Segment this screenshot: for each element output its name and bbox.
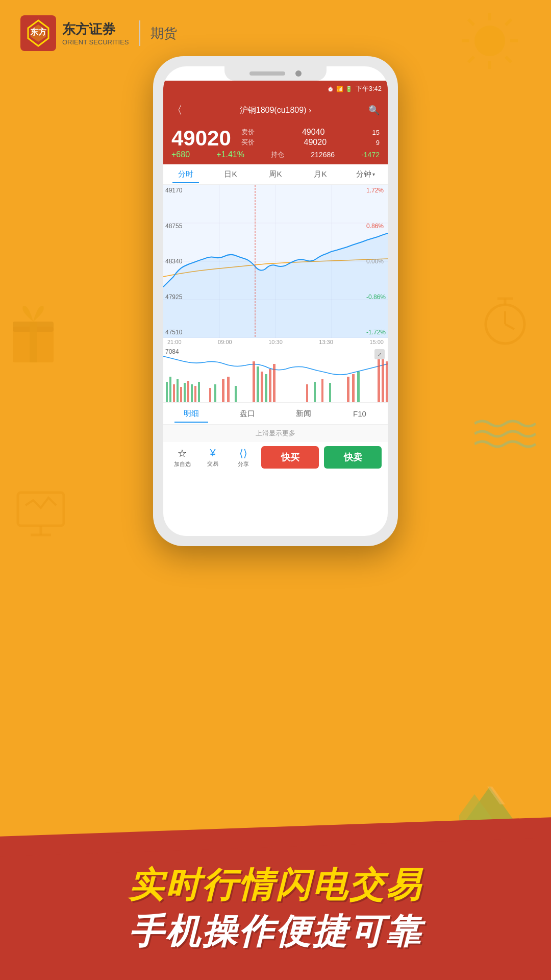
pct-label-2: 0.86% (366, 223, 386, 230)
trade-button[interactable]: ¥ 交易 (200, 447, 226, 468)
share-icon: ⟨⟩ (239, 447, 247, 459)
price-section: 49020 卖价 49040 15 买价 49020 9 (163, 124, 388, 164)
svg-rect-48 (235, 386, 237, 402)
watchlist-button[interactable]: ☆ 加自选 (169, 447, 195, 468)
svg-rect-50 (257, 366, 259, 402)
tab-pankou[interactable]: 盘口 (219, 405, 276, 423)
svg-rect-43 (198, 382, 200, 402)
hold-change: -1472 (361, 151, 380, 159)
main-price: 49020 (171, 128, 231, 149)
svg-rect-36 (173, 384, 175, 402)
svg-rect-34 (166, 382, 168, 402)
watchlist-icon: ☆ (178, 447, 187, 459)
scroll-hint-text: 上滑显示更多 (256, 429, 295, 437)
alarm-icon: ⏰ (327, 86, 334, 92)
content-tab-bar: 明细 盘口 新闻 F10 (163, 402, 388, 425)
buy-value: 49020 (304, 138, 327, 147)
tab-月K[interactable]: 月K (298, 165, 343, 183)
y-label-5: 47510 (165, 329, 182, 336)
banner-line2: 手机操作便捷可靠 (129, 909, 422, 955)
svg-rect-58 (329, 383, 331, 402)
clock-decoration (480, 296, 531, 349)
quick-sell-button[interactable]: 快卖 (324, 446, 382, 469)
camera (295, 70, 302, 77)
banner-text-line1: 实时行情闪电交易 (129, 865, 422, 904)
tab-news[interactable]: 新闻 (276, 405, 332, 423)
tab-分时[interactable]: 分时 (163, 165, 208, 183)
banner-text-line2: 手机操作便捷可靠 (129, 912, 422, 950)
time-label-1: 21:00 (167, 339, 182, 345)
time-label-5: 15:00 (369, 339, 384, 345)
buy-row: 买价 49020 9 (241, 138, 380, 147)
svg-rect-54 (273, 364, 276, 402)
phone-body: ⏰ 📶 🔋 下午3:42 〈 沪铜1809(cu1809) › 🔍 49020 (153, 56, 398, 546)
tab-f10[interactable]: F10 (332, 405, 388, 422)
stock-nav-bar: 〈 沪铜1809(cu1809) › 🔍 (163, 97, 388, 124)
pct-label-1: 1.72% (366, 187, 386, 194)
price-change-row: +680 +1.41% 持仓 212686 -1472 (171, 150, 380, 159)
buy-label: 买价 (241, 138, 255, 147)
futures-tag: 期货 (151, 24, 177, 42)
svg-rect-55 (306, 384, 308, 402)
svg-rect-64 (386, 361, 388, 402)
sell-label: 卖价 (241, 128, 255, 137)
bottom-banner: 实时行情闪电交易 手机操作便捷可靠 (0, 837, 551, 980)
svg-line-5 (468, 19, 474, 25)
svg-rect-51 (261, 372, 263, 402)
tab-mingxi[interactable]: 明细 (163, 405, 219, 423)
svg-line-14 (505, 324, 514, 329)
svg-rect-59 (347, 377, 349, 402)
svg-rect-39 (184, 383, 186, 402)
banner-line1: 实时行情闪电交易 (129, 862, 422, 909)
svg-line-6 (506, 57, 511, 62)
buy-qty: 9 (376, 139, 380, 146)
volume-label: 7084 (165, 348, 179, 355)
svg-rect-41 (191, 384, 193, 402)
speaker (249, 71, 285, 76)
hold-label: 持仓 (271, 150, 284, 159)
y-label-1: 49170 (165, 187, 182, 194)
share-button[interactable]: ⟨⟩ 分享 (231, 447, 256, 468)
expand-icon[interactable]: ⤢ (374, 349, 385, 359)
back-button[interactable]: 〈 (171, 103, 183, 118)
volume-chart: 7084 ⤢ (163, 346, 388, 402)
tab-日K[interactable]: 日K (208, 165, 253, 183)
price-change-abs: +680 (171, 150, 190, 159)
sell-row: 卖价 49040 15 (241, 128, 380, 137)
svg-rect-57 (321, 379, 323, 402)
svg-rect-53 (269, 369, 271, 402)
y-label-4: 47925 (165, 293, 182, 301)
hold-value: 212686 (311, 151, 335, 159)
chart-y-labels-right: 1.72% 0.86% 0.00% -0.86% -1.72% (366, 185, 386, 338)
tab-周K[interactable]: 周K (253, 165, 298, 183)
battery-icon: 🔋 (345, 86, 353, 92)
logo-text-container: 东方证券 ORIENT SECURITIES (62, 20, 129, 46)
main-price-chart: 49170 48755 48340 47925 47510 1.72% 0.86… (163, 185, 388, 338)
svg-rect-44 (209, 388, 211, 402)
action-bar: ☆ 加自选 ¥ 交易 ⟨⟩ 分享 快买 快卖 (163, 442, 388, 473)
svg-rect-62 (378, 359, 380, 402)
pct-label-5: -1.72% (366, 329, 386, 336)
svg-rect-52 (265, 374, 267, 402)
chart-tab-bar: 分时 日K 周K 月K 分钟▾ (163, 164, 388, 185)
svg-line-7 (468, 57, 474, 62)
gift-decoration (10, 306, 56, 364)
trade-label: 交易 (207, 460, 218, 468)
pct-label-3: 0.00% (366, 258, 386, 265)
svg-rect-45 (214, 384, 216, 402)
scroll-hint-bar: 上滑显示更多 (163, 425, 388, 442)
orient-logo-icon: 东方 (20, 15, 56, 51)
stock-title: 沪铜1809(cu1809) › (240, 105, 312, 116)
quick-buy-button[interactable]: 快买 (261, 446, 319, 469)
logo-sub-text: ORIENT SECURITIES (62, 38, 129, 46)
svg-rect-47 (227, 377, 230, 402)
wave-decoration (474, 419, 536, 451)
svg-rect-63 (382, 356, 384, 402)
header-divider (139, 20, 140, 46)
sell-value: 49040 (302, 128, 325, 137)
tab-分钟[interactable]: 分钟▾ (343, 165, 388, 183)
search-button[interactable]: 🔍 (368, 105, 380, 116)
price-main-row: 49020 卖价 49040 15 买价 49020 9 (171, 128, 380, 149)
pct-label-4: -0.86% (366, 293, 386, 301)
svg-rect-40 (187, 381, 189, 402)
